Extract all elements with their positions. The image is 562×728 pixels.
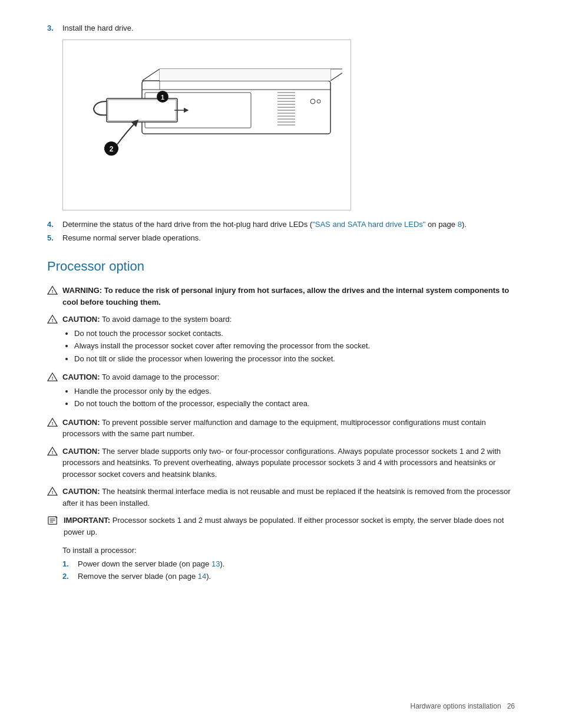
install-step-1-text: Power down the server blade (on page 13)… [78,559,224,568]
important-block: IMPORTANT: Processor sockets 1 and 2 mus… [47,515,515,538]
caution-4: ! CAUTION: The server blade supports onl… [47,446,515,480]
install-step-1-link[interactable]: 13 [211,559,220,568]
svg-text:!: ! [52,318,54,323]
svg-point-15 [317,100,320,103]
caution-4-icon: ! [47,446,58,456]
caution-5-icon: ! [47,486,58,496]
caution-2-text: CAUTION: To avoid damage to the processo… [62,371,515,411]
install-step-2: 2. Remove the server blade (on page 14). [62,572,515,581]
footer-text: Hardware options installation [411,702,501,710]
step-4: 4. Determine the status of the hard driv… [47,220,515,229]
caution-5: ! CAUTION: The heatsink thermal interfac… [47,486,515,509]
caution-3-icon: ! [47,417,58,427]
step-3-intro: 3. Install the hard drive. [47,24,515,32]
step-4-page-link[interactable]: 8 [458,220,462,229]
step-4-number: 4. [47,220,57,229]
svg-rect-17 [107,98,177,122]
caution-2: ! CAUTION: To avoid damage to the proces… [47,371,515,411]
svg-point-14 [310,99,315,104]
important-text: IMPORTANT: Processor sockets 1 and 2 mus… [64,515,515,538]
svg-text:!: ! [52,490,54,495]
svg-text:!: ! [52,450,54,455]
install-step-2-link[interactable]: 14 [198,572,206,581]
caution-4-text: CAUTION: The server blade supports only … [62,446,515,480]
caution-5-text: CAUTION: The heatsink thermal interface … [62,486,515,509]
caution-1-text: CAUTION: To avoid damage to the system b… [62,314,515,365]
install-step-2-text: Remove the server blade (on page 14). [78,572,211,581]
step-3-number: 3. [47,24,57,32]
install-intro: To install a processor: [62,546,515,555]
svg-text:!: ! [52,375,54,381]
install-step-1-num: 1. [62,559,72,568]
caution-1-icon: ! [47,314,58,324]
page-footer: Hardware options installation 26 [411,702,515,710]
footer-page: 26 [507,702,515,710]
svg-text:!: ! [52,289,54,294]
caution-2-icon: ! [47,372,58,381]
install-step-1: 1. Power down the server blade (on page … [62,559,515,568]
svg-text:1: 1 [161,94,164,101]
notice-warning: ! WARNING: To reduce the risk of persona… [47,285,515,308]
install-step-2-num: 2. [62,572,72,581]
step-5-text: Resume normal server blade operations. [62,233,201,242]
step-5: 5. Resume normal server blade operations… [47,233,515,242]
important-icon [47,515,59,526]
step-4-text: Determine the status of the hard drive f… [62,220,467,229]
caution-1: ! CAUTION: To avoid damage to the system… [47,314,515,365]
section-title: Processor option [47,259,515,274]
caution-3-text: CAUTION: To prevent possible server malf… [62,417,515,440]
warning-triangle-icon: ! [47,285,58,295]
step-5-number: 5. [47,233,57,242]
warning-text: WARNING: To reduce the risk of personal … [62,285,515,308]
svg-rect-25 [160,69,330,81]
hard-drive-image: 1 2 [62,39,351,210]
step-3-text: Install the hard drive. [62,24,134,32]
caution-3: ! CAUTION: To prevent possible server ma… [47,417,515,440]
step-4-link[interactable]: "SAS and SATA hard drive LEDs" [312,220,425,229]
svg-text:!: ! [52,421,54,426]
svg-text:2: 2 [110,145,114,153]
